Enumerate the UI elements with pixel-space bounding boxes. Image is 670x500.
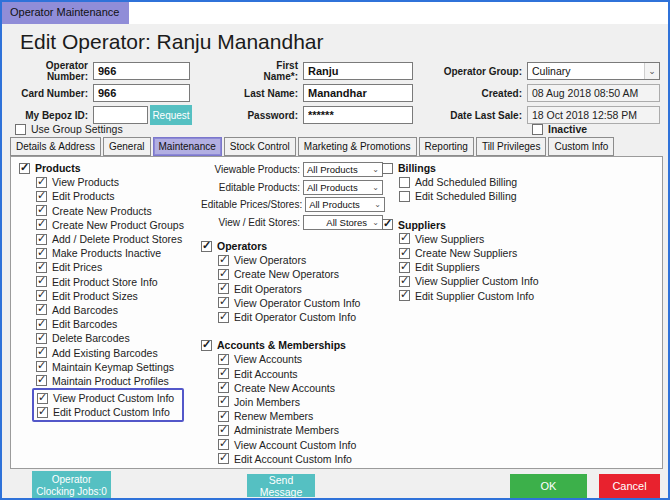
checkbox-icon[interactable] xyxy=(19,163,30,174)
my-bepoz-id-input[interactable] xyxy=(93,106,148,124)
tab-stock-control[interactable]: Stock Control xyxy=(224,137,296,156)
tab-maintenance[interactable]: Maintenance xyxy=(153,137,222,156)
password-input[interactable] xyxy=(303,106,413,124)
checkbox-icon[interactable] xyxy=(36,219,47,230)
checkbox-item-view-accounts[interactable]: View Accounts xyxy=(201,352,383,366)
checkbox-icon[interactable] xyxy=(36,177,47,188)
checkbox-icon[interactable] xyxy=(218,255,229,266)
checkbox-icon[interactable] xyxy=(382,163,393,174)
checkbox-item-edit-operator-custom-info[interactable]: Edit Operator Custom Info xyxy=(201,310,383,324)
checkbox-item-view-supplier-custom-info[interactable]: View Supplier Custom Info xyxy=(382,274,582,288)
tab-custom-info[interactable]: Custom Info xyxy=(548,137,614,156)
checkbox-item-edit-scheduled-billing[interactable]: Edit Scheduled Billing xyxy=(382,189,582,203)
request-button[interactable]: Request xyxy=(150,105,192,125)
dropdown-editable-prices-stores[interactable]: All Products⌄ xyxy=(305,197,385,212)
checkbox-icon[interactable] xyxy=(399,233,410,244)
checkbox-item-create-new-operators[interactable]: Create New Operators xyxy=(201,267,383,281)
checkbox-item-edit-account-custom-info[interactable]: Edit Account Custom Info xyxy=(201,452,383,466)
checkbox-item-edit-products[interactable]: Edit Products xyxy=(19,189,201,203)
checkbox-item-view-product-custom-info[interactable]: View Product Custom Info xyxy=(37,391,179,405)
operator-group-select[interactable]: Culinary ⌄ xyxy=(527,62,660,80)
checkbox-icon[interactable] xyxy=(36,205,47,216)
checkbox-item-add-existing-barcodes[interactable]: Add Existing Barcodes xyxy=(19,345,201,359)
section-checkbox-accounts-memberships[interactable]: Accounts & Memberships xyxy=(201,338,383,352)
checkbox-icon[interactable] xyxy=(218,269,229,280)
tab-details-address[interactable]: Details & Address xyxy=(10,137,101,156)
checkbox-item-edit-product-custom-info[interactable]: Edit Product Custom Info xyxy=(37,405,179,419)
checkbox-item-administrate-members[interactable]: Administrate Members xyxy=(201,423,383,437)
checkbox-icon[interactable] xyxy=(36,333,47,344)
checkbox-item-view-operators[interactable]: View Operators xyxy=(201,253,383,267)
checkbox-icon[interactable] xyxy=(218,283,229,294)
first-name-input[interactable] xyxy=(303,62,413,80)
window-title-tab[interactable]: Operator Maintenance xyxy=(2,2,129,24)
checkbox-icon[interactable] xyxy=(36,262,47,273)
checkbox-item-create-new-accounts[interactable]: Create New Accounts xyxy=(201,381,383,395)
checkbox-icon[interactable] xyxy=(36,234,47,245)
section-checkbox-suppliers[interactable]: Suppliers xyxy=(382,218,582,232)
checkbox-icon[interactable] xyxy=(218,354,229,365)
checkbox-icon[interactable] xyxy=(399,248,410,259)
checkbox-icon[interactable] xyxy=(36,191,47,202)
checkbox-icon[interactable] xyxy=(399,262,410,273)
checkbox-icon[interactable] xyxy=(36,361,47,372)
ok-button[interactable]: OK xyxy=(510,474,587,498)
checkbox-item-join-members[interactable]: Join Members xyxy=(201,395,383,409)
checkbox-item-create-new-product-groups[interactable]: Create New Product Groups xyxy=(19,218,201,232)
dropdown-editable-products[interactable]: All Products⌄ xyxy=(303,180,383,195)
checkbox-icon[interactable] xyxy=(201,340,212,351)
tab-general[interactable]: General xyxy=(103,137,151,156)
section-checkbox-operators[interactable]: Operators xyxy=(201,239,383,253)
checkbox-item-edit-barcodes[interactable]: Edit Barcodes xyxy=(19,317,201,331)
checkbox-icon[interactable] xyxy=(36,375,47,386)
checkbox-item-make-products-inactive[interactable]: Make Products Inactive xyxy=(19,246,201,260)
checkbox-icon[interactable] xyxy=(218,439,229,450)
card-number-input[interactable] xyxy=(93,84,190,102)
checkbox-item-edit-supplier-custom-info[interactable]: Edit Supplier Custom Info xyxy=(382,289,582,303)
checkbox-icon[interactable] xyxy=(382,219,393,230)
tab-reporting[interactable]: Reporting xyxy=(419,137,474,156)
checkbox-icon[interactable] xyxy=(218,453,229,464)
checkbox-item-create-new-products[interactable]: Create New Products xyxy=(19,204,201,218)
checkbox-icon[interactable] xyxy=(15,124,26,135)
checkbox-item-maintain-product-profiles[interactable]: Maintain Product Profiles xyxy=(19,374,201,388)
cancel-button[interactable]: Cancel xyxy=(599,474,660,498)
checkbox-item-view-suppliers[interactable]: View Suppliers xyxy=(382,232,582,246)
use-group-settings-checkbox-row[interactable]: Use Group Settings xyxy=(15,123,123,135)
operator-clocking-jobs-button[interactable]: Operator Clocking Jobs:0 xyxy=(32,471,111,498)
checkbox-icon[interactable] xyxy=(201,241,212,252)
checkbox-item-add-delete-product-stores[interactable]: Add / Delete Product Stores xyxy=(19,232,201,246)
checkbox-icon[interactable] xyxy=(218,312,229,323)
tab-till-privileges[interactable]: Till Privileges xyxy=(476,137,547,156)
dropdown-viewable-products[interactable]: All Products⌄ xyxy=(303,162,383,177)
checkbox-item-create-new-suppliers[interactable]: Create New Suppliers xyxy=(382,246,582,260)
checkbox-item-view-account-custom-info[interactable]: View Account Custom Info xyxy=(201,437,383,451)
section-checkbox-products[interactable]: Products xyxy=(19,161,201,175)
checkbox-icon[interactable] xyxy=(36,276,47,287)
checkbox-item-add-scheduled-billing[interactable]: Add Scheduled Billing xyxy=(382,175,582,189)
checkbox-icon[interactable] xyxy=(399,290,410,301)
checkbox-item-edit-suppliers[interactable]: Edit Suppliers xyxy=(382,260,582,274)
checkbox-icon[interactable] xyxy=(532,124,543,135)
checkbox-icon[interactable] xyxy=(218,297,229,308)
checkbox-icon[interactable] xyxy=(37,407,48,418)
checkbox-item-edit-product-store-info[interactable]: Edit Product Store Info xyxy=(19,275,201,289)
checkbox-icon[interactable] xyxy=(399,191,410,202)
checkbox-item-edit-prices[interactable]: Edit Prices xyxy=(19,260,201,274)
checkbox-icon[interactable] xyxy=(218,368,229,379)
checkbox-icon[interactable] xyxy=(36,290,47,301)
checkbox-icon[interactable] xyxy=(36,304,47,315)
checkbox-icon[interactable] xyxy=(36,248,47,259)
operator-number-input[interactable] xyxy=(93,62,190,80)
checkbox-item-delete-barcodes[interactable]: Delete Barcodes xyxy=(19,331,201,345)
checkbox-icon[interactable] xyxy=(36,347,47,358)
inactive-checkbox-row[interactable]: Inactive xyxy=(532,123,587,135)
checkbox-icon[interactable] xyxy=(218,382,229,393)
checkbox-icon[interactable] xyxy=(399,177,410,188)
section-checkbox-billings[interactable]: Billings xyxy=(382,161,582,175)
send-message-button[interactable]: Send Message xyxy=(247,474,315,497)
checkbox-icon[interactable] xyxy=(218,411,229,422)
checkbox-item-add-barcodes[interactable]: Add Barcodes xyxy=(19,303,201,317)
checkbox-icon[interactable] xyxy=(218,396,229,407)
checkbox-item-edit-operators[interactable]: Edit Operators xyxy=(201,282,383,296)
